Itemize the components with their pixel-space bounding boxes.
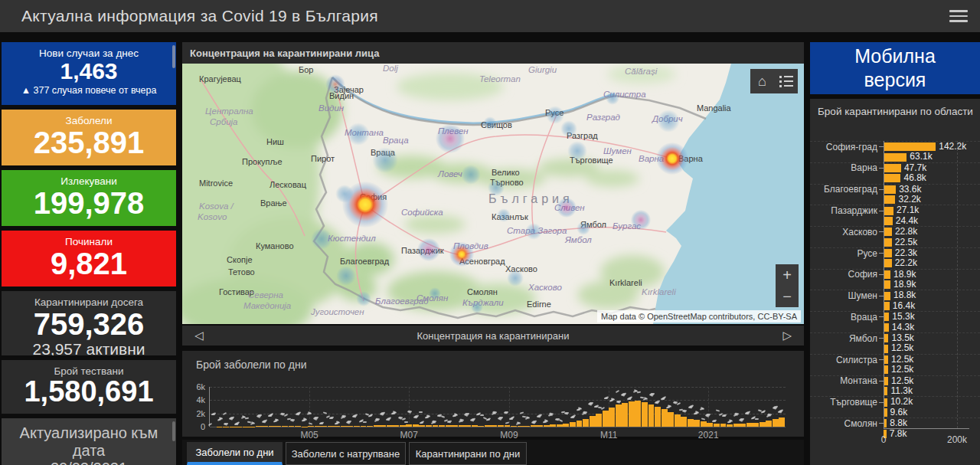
map-label: Dolj xyxy=(383,64,398,73)
daily-bar xyxy=(629,401,635,427)
data-label-noise xyxy=(486,419,490,421)
daily-bar xyxy=(563,424,569,427)
map-label: Стара Загора xyxy=(507,226,567,235)
region-plot-cell: 10.2k xyxy=(884,397,980,407)
region-plot-cell: 32.2k xyxy=(884,195,980,205)
region-plot-cell: 22.3k xyxy=(884,248,980,258)
zoom-in-button[interactable]: + xyxy=(776,264,799,286)
map-panel-title: Концентрация на карантинирани лица xyxy=(182,42,804,64)
daily-bar xyxy=(406,424,412,427)
data-label-noise xyxy=(425,416,429,418)
daily-bar xyxy=(426,425,432,427)
daily-bar xyxy=(341,426,347,427)
mobile-version-button[interactable]: Мобилна версия xyxy=(810,42,980,94)
map-label: Бор xyxy=(299,65,313,74)
carousel-prev-icon[interactable]: ◁ xyxy=(194,326,204,345)
region-plot-cell: 18.9k xyxy=(884,280,980,290)
daily-bar xyxy=(694,420,700,427)
region-value: 18.9k xyxy=(893,280,916,290)
data-label-noise xyxy=(245,417,249,419)
stat-card-tested: Брой тествани 1,580,691 xyxy=(2,360,176,414)
data-label-noise xyxy=(313,418,317,421)
data-label-noise xyxy=(727,421,731,423)
daily-bar xyxy=(459,425,465,427)
menu-hamburger-icon[interactable] xyxy=(949,10,968,22)
region-row: Силистра12.5k xyxy=(810,354,980,365)
daily-bar xyxy=(374,425,380,427)
home-icon[interactable]: ⌂ xyxy=(750,69,774,93)
data-label-noise xyxy=(470,420,474,422)
daily-bar xyxy=(720,424,727,427)
daily-bar xyxy=(544,425,550,427)
regions-xtick-0: 0 xyxy=(881,434,887,445)
legend-list-icon[interactable] xyxy=(774,69,798,93)
tab-2[interactable]: Заболели с натрупване xyxy=(286,442,406,465)
region-bar xyxy=(884,280,890,289)
region-value: 12.5k xyxy=(891,343,913,353)
map-label: Бургас xyxy=(612,221,641,231)
stat-sub: 23,957 активни xyxy=(2,340,176,355)
daily-bar xyxy=(498,425,504,427)
daily-bar xyxy=(269,426,275,427)
scrollbar[interactable] xyxy=(172,421,175,441)
region-bar xyxy=(884,249,892,257)
daily-bar xyxy=(361,426,367,427)
region-plot-cell: 16.4k xyxy=(884,301,980,311)
regions-chart-title: Брой карантинирани по области xyxy=(810,99,980,117)
data-label-noise xyxy=(627,398,631,400)
daily-bar xyxy=(668,412,674,427)
stat-value: 1,463 xyxy=(2,59,176,84)
daily-bar xyxy=(590,416,596,427)
map-label: Куманово xyxy=(256,241,294,251)
daily-bar xyxy=(282,426,288,427)
region-bar xyxy=(884,164,901,172)
region-bar xyxy=(884,228,892,236)
data-label-noise xyxy=(616,390,619,393)
map-label: Kırklareli xyxy=(642,287,676,296)
daily-bar xyxy=(275,426,281,427)
data-label-noise xyxy=(459,421,462,423)
map-panel: Концентрация на карантинирани лица xyxy=(182,42,804,324)
data-label-noise xyxy=(273,421,277,423)
scrollbar[interactable] xyxy=(172,45,175,68)
map-label: Велико xyxy=(492,168,520,177)
region-bar xyxy=(884,259,892,267)
region-value: 15.3k xyxy=(892,312,914,322)
stat-card-deaths: Починали 9,821 xyxy=(2,231,176,287)
daily-bar xyxy=(393,425,399,427)
region-row: 18.9k xyxy=(810,280,980,290)
map-label: Сливен xyxy=(554,203,585,212)
region-row: София-град142.2k xyxy=(810,141,980,152)
region-value: 22.3k xyxy=(895,248,917,258)
region-plot-cell: 18.8k xyxy=(884,290,980,300)
data-label-noise xyxy=(604,398,608,399)
region-value: 7.8k xyxy=(890,429,907,439)
data-label-noise xyxy=(601,407,605,410)
zoom-out-button[interactable]: − xyxy=(776,286,799,307)
region-plot-cell: 47.7k xyxy=(884,163,980,173)
map-canvas[interactable]: ⌂ + − Map data © OpenStreetMap contribut… xyxy=(182,64,804,324)
region-bar xyxy=(884,302,890,310)
daily-bar xyxy=(635,401,641,427)
carousel-label: Концентрация на карантинирани xyxy=(417,330,570,342)
region-plot-cell: 12.5k xyxy=(884,355,980,365)
gridline xyxy=(409,387,410,427)
carousel-next-icon[interactable]: ▷ xyxy=(782,326,792,345)
mobile-version-label: Мобилна версия xyxy=(838,44,952,93)
data-label-noise xyxy=(655,402,658,404)
map-label: Плевен xyxy=(438,126,469,136)
region-label: София-град xyxy=(810,142,877,152)
map-label: Шумен xyxy=(603,146,632,156)
data-label-noise xyxy=(531,422,535,425)
tab-3[interactable]: Карантинирани по дни xyxy=(409,442,527,465)
tab-1[interactable]: Заболели по дни xyxy=(187,442,283,465)
data-label-noise xyxy=(498,418,501,421)
map-label: Враца xyxy=(371,148,395,157)
daily-bar xyxy=(662,409,668,427)
map-label: Teleorman xyxy=(479,74,521,84)
data-label-noise xyxy=(666,406,670,408)
daily-bar xyxy=(439,425,445,427)
daily-bar xyxy=(491,425,497,427)
data-label-noise xyxy=(712,421,716,422)
data-label-noise xyxy=(224,423,227,425)
